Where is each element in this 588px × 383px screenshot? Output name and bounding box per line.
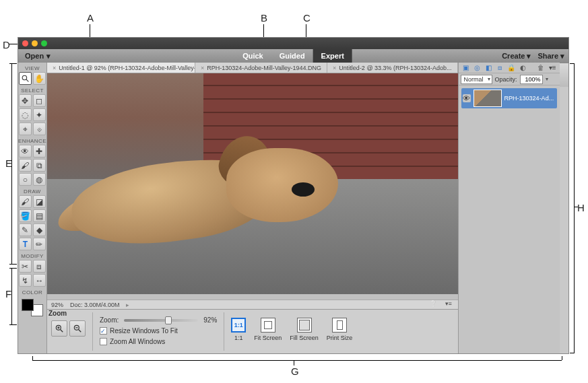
zoom-slider-value: 92% — [203, 316, 217, 324]
share-menu[interactable]: Share ▾ — [537, 52, 564, 61]
fit-buttons: 1:11:1 Fit Screen Fill Screen Print Size — [231, 312, 352, 351]
svg-line-3 — [61, 330, 63, 333]
document-tab-1[interactable]: ×Untitled-1 @ 92% (RPH-130324-Adobe-Mill… — [47, 63, 195, 73]
opacity-input[interactable] — [520, 75, 543, 84]
svg-line-7 — [79, 330, 81, 333]
magic-wand-tool[interactable]: ✦ — [33, 108, 46, 121]
smart-brush-tool[interactable]: 🖌 — [19, 159, 32, 172]
callout-G: G — [291, 365, 299, 377]
chevron-down-icon[interactable]: ▾ — [546, 76, 548, 82]
fit-1to1-label: 1:1 — [234, 335, 243, 341]
layer-row[interactable]: 👁 RPH-130324-Ad... — [461, 88, 557, 108]
mask-icon[interactable]: ◧ — [484, 63, 493, 72]
zoom-all-checkbox[interactable] — [100, 338, 107, 345]
layer-thumbnail[interactable] — [473, 90, 502, 107]
document-tab-label: RPH-130324-Adobe-Mill-Valley-1944.DNG — [207, 65, 321, 71]
zoom-out-button[interactable] — [69, 320, 86, 337]
toolbox-header-view: VIEW — [25, 65, 40, 71]
minimize-window-icon[interactable] — [32, 40, 38, 46]
fill-screen-button[interactable] — [297, 318, 312, 333]
hand-tool[interactable]: ✋ — [33, 72, 46, 85]
help-icon[interactable]: ❔ — [430, 300, 438, 309]
quick-select-tool[interactable]: ⌖ — [19, 123, 32, 135]
document-tab-2[interactable]: ×RPH-130324-Adobe-Mill-Valley-1944.DNG — [195, 63, 327, 73]
foreground-color-swatch[interactable] — [22, 299, 34, 311]
brush-tool[interactable]: 🖌 — [19, 195, 32, 208]
pencil-tool[interactable]: ✏ — [33, 238, 46, 250]
callout-line — [32, 356, 33, 360]
eyedropper-tool[interactable]: ✎ — [19, 223, 32, 236]
visibility-icon[interactable]: 👁 — [463, 94, 471, 102]
recompose-tool[interactable]: ⧈ — [33, 260, 46, 273]
link-icon[interactable]: ⧈ — [496, 63, 504, 72]
clone-tool[interactable]: ⧉ — [33, 159, 46, 172]
zoom-tool[interactable] — [19, 72, 32, 85]
lock-icon[interactable]: 🔒 — [507, 63, 516, 72]
document-tab-3[interactable]: ×Untitled-2 @ 33.3% (RPH-130324-Adob... — [327, 63, 458, 73]
zoom-slider[interactable] — [124, 319, 198, 322]
adjustment-icon[interactable]: ◐ — [519, 63, 527, 72]
blend-mode-dropdown[interactable]: Normal — [461, 75, 492, 84]
type-tool[interactable]: T — [19, 238, 32, 250]
maximize-window-icon[interactable] — [41, 40, 47, 46]
document-tab-label: Untitled-2 @ 33.3% (RPH-130324-Adob... — [339, 65, 451, 71]
status-zoom[interactable]: 92% — [51, 302, 63, 308]
toolbox-header-modify: MODIFY — [21, 253, 44, 259]
layer-options-row: Normal Opacity: ▾ — [459, 73, 560, 85]
spot-heal-tool[interactable]: ✚ — [33, 145, 46, 158]
globe-icon[interactable]: ◎ — [473, 63, 482, 72]
photo-bin-button[interactable]: 🖼Photo Bin — [565, 67, 568, 84]
app-window: Open▾ Quick Guided Expert Create ▾ Share… — [18, 37, 569, 354]
auto-select-tool[interactable]: ⟐ — [33, 123, 46, 135]
print-size-label: Print Size — [327, 335, 353, 341]
callout-line — [32, 360, 562, 361]
taskbar: 🖼Photo Bin ≡Tool Options ↶Undo ↷Redo ⟳Ro… — [560, 63, 568, 87]
content-move-tool[interactable]: ↯ — [19, 274, 32, 287]
marquee-tool[interactable]: ◻ — [33, 94, 46, 107]
layer-name[interactable]: RPH-130324-Ad... — [504, 95, 556, 102]
canvas[interactable] — [47, 73, 458, 294]
redeye-tool[interactable]: 👁 — [19, 145, 32, 158]
sponge-tool[interactable]: ◍ — [33, 173, 46, 186]
move-tool[interactable]: ✥ — [19, 94, 32, 107]
close-tab-icon[interactable]: × — [201, 65, 204, 71]
callout-C: C — [303, 12, 311, 24]
mode-quick[interactable]: Quick — [234, 49, 271, 63]
callout-line — [11, 268, 12, 324]
shape-tool[interactable]: ◆ — [33, 223, 46, 236]
new-layer-icon[interactable]: ▣ — [461, 63, 470, 72]
trash-icon[interactable]: 🗑 — [537, 63, 546, 72]
fill-tool[interactable]: 🪣 — [19, 209, 32, 222]
close-tab-icon[interactable]: × — [333, 65, 336, 71]
open-label: Open — [25, 52, 44, 60]
close-tab-icon[interactable]: × — [53, 65, 56, 71]
straighten-tool[interactable]: ↔ — [33, 274, 46, 287]
color-swatches[interactable] — [20, 298, 44, 318]
close-window-icon[interactable] — [22, 40, 28, 46]
create-label: Create — [502, 52, 525, 60]
print-size-button[interactable] — [332, 318, 347, 333]
callout-F: F — [5, 288, 11, 300]
status-doc-info[interactable]: Doc: 3.00M/4.00M — [70, 302, 120, 308]
fit-screen-button[interactable] — [261, 318, 275, 333]
blur-tool[interactable]: ○ — [19, 173, 32, 186]
callout-A: A — [87, 12, 94, 24]
fit-1to1-button[interactable]: 1:1 — [231, 318, 246, 333]
zoom-in-button[interactable] — [51, 320, 67, 337]
top-menu-bar: Open▾ Quick Guided Expert Create ▾ Share… — [18, 49, 568, 63]
eraser-tool[interactable]: ◪ — [33, 195, 46, 208]
toolbox-header-enhance: ENHANCE — [18, 138, 46, 144]
lasso-tool[interactable]: ◌ — [19, 108, 32, 121]
crop-tool[interactable]: ✂ — [19, 260, 32, 273]
status-more-icon[interactable]: ▸ — [126, 302, 129, 308]
panel-menu-icon[interactable]: ▾≡ — [445, 300, 454, 309]
panel-menu-icon[interactable]: ▾≡ — [548, 63, 557, 72]
open-menu[interactable]: Open▾ — [18, 49, 57, 63]
canvas-viewport[interactable] — [47, 73, 458, 300]
resize-windows-checkbox[interactable]: ✓ — [100, 327, 107, 335]
gradient-tool[interactable]: ▤ — [33, 209, 46, 222]
create-menu[interactable]: Create ▾ — [502, 52, 531, 61]
toolbox-header-select: SELECT — [21, 88, 44, 94]
mode-expert[interactable]: Expert — [313, 49, 352, 63]
mode-guided[interactable]: Guided — [271, 49, 313, 63]
